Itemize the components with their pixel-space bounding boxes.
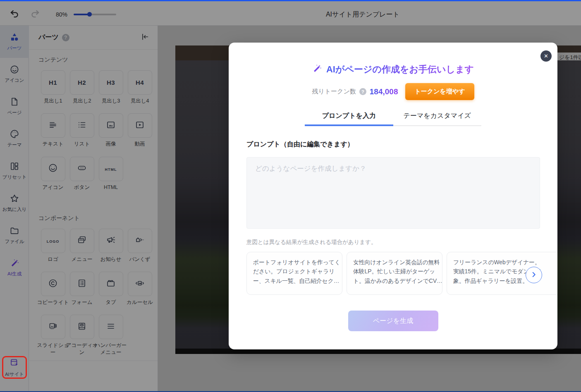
token-help-icon[interactable]: ? [359,88,366,95]
top-accent-line [0,0,581,1]
tokens-remaining-value: 184,008 [370,87,398,96]
generate-page-button[interactable]: ページを生成 [348,311,438,331]
prompt-textarea[interactable] [246,157,540,229]
suggestions-next-button[interactable] [526,267,542,283]
close-button[interactable]: ✕ [540,50,552,62]
prompt-label: プロンプト（自由に編集できます） [246,140,557,149]
tab-enter-prompt[interactable]: プロンプトを入力 [305,112,393,126]
modal-title: AIがページの作成をお手伝いします [326,63,474,76]
chevron-right-icon [529,270,538,280]
tokens-remaining-label: 残りトークン数 [312,88,356,96]
add-tokens-button[interactable]: トークンを増やす [405,83,474,100]
modal-tabs: プロンプトを入力 テーマをカスタマイズ [305,112,481,126]
prompt-suggestions: ポートフォリオサイトを作ってく ださい。プロジェクトギャラリ ー、スキル一覧、自… [246,252,557,295]
token-row: 残りトークン数 ? 184,008 トークンを増やす [229,83,557,100]
ai-page-modal: ✕ AIがページの作成をお手伝いします 残りトークン数 ? 184,008 トー… [229,43,557,349]
disclaimer-note: 意図とは異なる結果が生成される場合があります。 [246,239,557,246]
prompt-suggestion-card[interactable]: ポートフォリオサイトを作ってく ださい。プロジェクトギャラリ ー、スキル一覧、自… [246,252,342,295]
tab-customize-theme[interactable]: テーマをカスタマイズ [393,112,482,126]
modal-title-row: AIがページの作成をお手伝いします [229,63,557,76]
prompt-suggestion-card[interactable]: 女性向けオンライン英会話の無料 体験LP。忙しい主婦がターゲッ ト。温かみのある… [347,252,442,295]
magic-wand-icon [312,64,322,75]
close-icon: ✕ [544,53,548,59]
